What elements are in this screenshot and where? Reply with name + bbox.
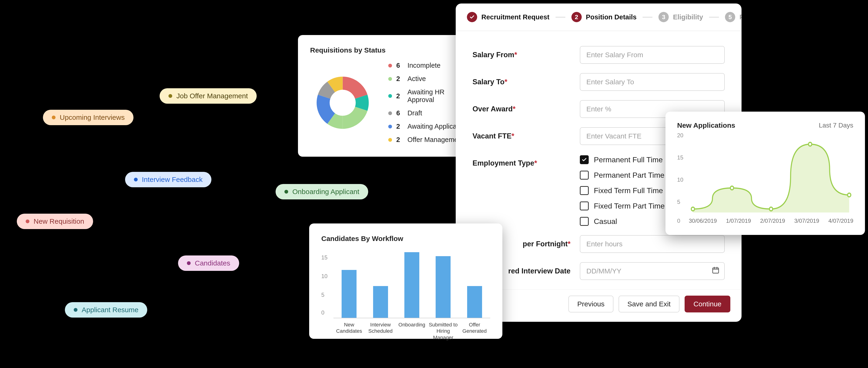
svg-point-3 [769, 207, 773, 211]
calendar-icon[interactable] [712, 266, 720, 276]
step-number: 3 [658, 12, 669, 22]
checkbox-icon [580, 217, 589, 226]
pill-label: New Requisition [34, 217, 84, 225]
save-and-exit-button[interactable]: Save and Exit [619, 295, 679, 312]
donut-chart [310, 70, 375, 136]
step-separator [556, 17, 565, 18]
previous-button[interactable]: Previous [568, 295, 614, 312]
svg-point-1 [691, 207, 694, 211]
card-title: Requisitions by Status [310, 46, 472, 54]
candidates-by-workflow-card: Candidates By Workflow 0 5 10 15 New Can… [309, 223, 502, 339]
label-vacant-fte: Vacant FTE* [472, 127, 570, 140]
input-salary-to[interactable] [580, 73, 725, 91]
continue-button[interactable]: Continue [685, 295, 730, 312]
pill-label: Upcoming Interviews [60, 113, 125, 121]
svg-rect-0 [713, 268, 719, 273]
pill-label: Applicant Resume [82, 306, 138, 314]
step-position-details[interactable]: 2 Position Details [571, 12, 637, 22]
date-range: Last 7 Days [819, 122, 853, 129]
check-icon [467, 12, 477, 22]
step-eligibility[interactable]: 3 Eligibility [658, 12, 703, 22]
step-recruitment-request[interactable]: Recruitment Request [467, 12, 550, 22]
input-interview-date[interactable] [580, 262, 725, 280]
tag-job-offer-management[interactable]: Job Offer Management [160, 88, 257, 104]
pill-label: Interview Feedback [142, 176, 203, 183]
svg-point-5 [847, 193, 851, 197]
label-salary-to: Salary To* [472, 73, 570, 86]
step-pay-details[interactable]: 5 Pay Details [725, 12, 742, 22]
card-title: New Applications [677, 121, 735, 130]
svg-point-4 [808, 142, 812, 146]
card-title: Candidates By Workflow [321, 235, 490, 243]
pill-label: Onboarding Applicant [292, 188, 359, 196]
checkbox-icon [580, 171, 589, 179]
input-salary-from[interactable] [580, 46, 725, 64]
stepper: Recruitment Request 2 Position Details 3… [456, 3, 742, 31]
new-applications-card: New Applications Last 7 Days 20 15 10 5 … [665, 112, 865, 235]
step-number: 2 [571, 12, 582, 22]
tag-upcoming-interviews[interactable]: Upcoming Interviews [43, 110, 133, 125]
line-chart: 20 15 10 5 0 30/06/20191/07/20192/07/201… [677, 136, 853, 224]
step-separator [643, 17, 652, 18]
checkbox-icon [580, 155, 589, 164]
checkbox-icon [580, 186, 589, 195]
step-separator [709, 17, 719, 18]
pill-label: Job Offer Management [177, 92, 248, 100]
tag-applicant-resume[interactable]: Applicant Resume [65, 302, 147, 317]
input-per-fortnight[interactable] [580, 235, 725, 253]
pill-label: Candidates [195, 259, 230, 267]
label-over-award: Over Award* [472, 100, 570, 113]
label-employment-type: Employment Type* [472, 154, 570, 167]
step-number: 5 [725, 12, 735, 22]
tag-interview-feedback[interactable]: Interview Feedback [125, 172, 211, 187]
bar-chart: 0 5 10 15 New CandidatesInterview Schedu… [321, 250, 490, 330]
tag-candidates[interactable]: Candidates [178, 255, 239, 271]
label-salary-from: Salary From* [472, 46, 570, 59]
tag-onboarding-applicant[interactable]: Onboarding Applicant [276, 184, 368, 199]
svg-point-2 [730, 186, 734, 190]
tag-new-requisition[interactable]: New Requisition [17, 214, 93, 229]
checkbox-icon [580, 201, 589, 210]
